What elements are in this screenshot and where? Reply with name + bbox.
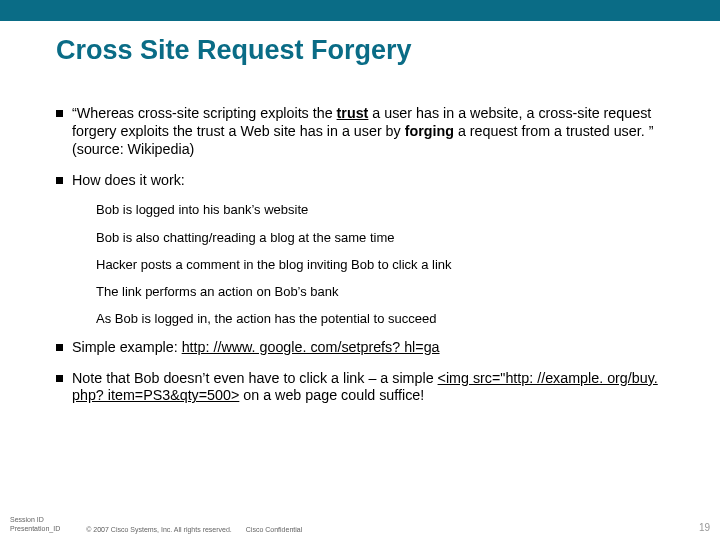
slide: Cross Site Request Forgery “Whereas cros…	[0, 0, 720, 540]
bullet-1: “Whereas cross-site scripting exploits t…	[56, 105, 664, 159]
bullet-icon	[56, 177, 63, 184]
footer-presentation-id: Presentation_ID	[10, 524, 60, 533]
top-accent-bar	[0, 0, 720, 21]
sub-item-3: Hacker posts a comment in the blog invit…	[96, 257, 664, 273]
footer-session: Session ID Presentation_ID	[10, 515, 60, 533]
sub-item-5: As Bob is logged in, the action has the …	[96, 311, 664, 327]
sub-item-2: Bob is also chatting/reading a blog at t…	[96, 230, 664, 246]
emphasis-trust: trust	[337, 105, 369, 121]
sub-item-1: Bob is logged into his bank’s website	[96, 202, 664, 218]
bullet-3: Simple example: http: //www. google. com…	[56, 339, 664, 357]
bullet-icon	[56, 375, 63, 382]
text-fragment: Simple example:	[72, 339, 182, 355]
content-area: “Whereas cross-site scripting exploits t…	[56, 105, 664, 418]
text-fragment: Note that Bob doesn’t even have to click…	[72, 370, 438, 386]
text-fragment: on a web page could suffice!	[239, 387, 424, 403]
example-link[interactable]: http: //www. google. com/setprefs? hl=ga	[182, 339, 440, 355]
footer: Session ID Presentation_ID © 2007 Cisco …	[10, 515, 710, 533]
bullet-4-text: Note that Bob doesn’t even have to click…	[72, 370, 664, 406]
bullet-3-text: Simple example: http: //www. google. com…	[72, 339, 664, 357]
bullet-icon	[56, 110, 63, 117]
page-number: 19	[699, 522, 710, 533]
bullet-2-text: How does it work:	[72, 172, 664, 190]
sub-item-4: The link performs an action on Bob’s ban…	[96, 284, 664, 300]
footer-confidential: Cisco Confidential	[246, 526, 302, 533]
slide-title: Cross Site Request Forgery	[56, 35, 664, 66]
bullet-icon	[56, 344, 63, 351]
bullet-4: Note that Bob doesn’t even have to click…	[56, 370, 664, 406]
text-fragment: “Whereas cross-site scripting exploits t…	[72, 105, 337, 121]
emphasis-forging: forging	[405, 123, 454, 139]
bullet-2: How does it work:	[56, 172, 664, 190]
footer-session-id: Session ID	[10, 515, 60, 524]
footer-copyright: © 2007 Cisco Systems, Inc. All rights re…	[86, 526, 232, 533]
bullet-1-text: “Whereas cross-site scripting exploits t…	[72, 105, 664, 159]
